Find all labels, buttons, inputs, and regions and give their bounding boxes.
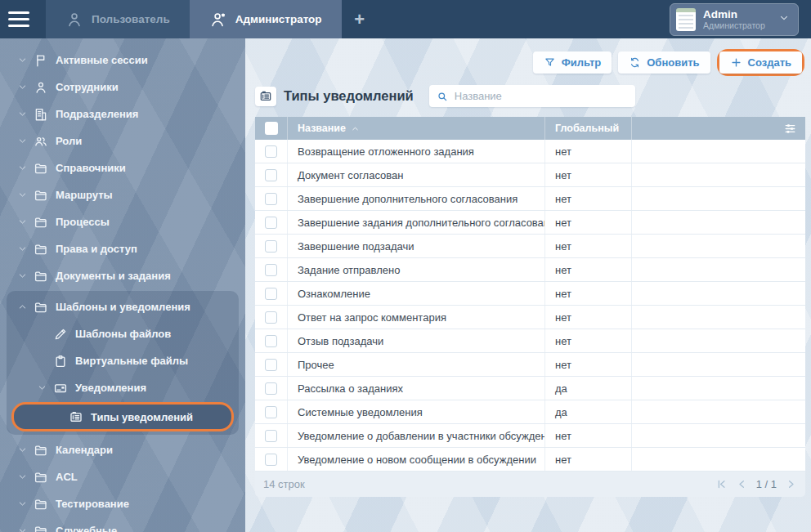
cell-empty (632, 282, 805, 305)
sidebar-item[interactable]: Справочники (0, 154, 245, 181)
table-row[interactable]: Документ согласованнет (255, 163, 805, 187)
table-row[interactable]: Ответ на запрос комментариянет (255, 306, 805, 329)
row-checkbox[interactable] (265, 240, 277, 253)
sidebar-item[interactable]: Типы уведомлений (11, 402, 234, 431)
first-page-icon[interactable] (715, 478, 728, 490)
chevron-down-icon[interactable] (13, 217, 31, 227)
new-tab-button[interactable]: + (342, 0, 378, 38)
chevron-down-icon[interactable] (13, 525, 31, 532)
row-checkbox[interactable] (265, 193, 277, 205)
table-row[interactable]: Отзыв подзадачинет (255, 329, 805, 353)
folder-icon (31, 215, 51, 230)
user-menu-button[interactable]: Admin Администратор (670, 3, 799, 36)
user-star-icon (209, 11, 227, 29)
row-checkbox[interactable] (265, 430, 277, 442)
row-checkbox[interactable] (265, 335, 277, 347)
cell-name: Завершение подзадачи (288, 235, 545, 257)
sidebar-item[interactable]: Активные сессии (0, 47, 245, 74)
chevron-down-icon[interactable] (13, 498, 31, 509)
row-checkbox[interactable] (265, 406, 277, 418)
tab-administrator[interactable]: Администратор (190, 0, 342, 38)
cell-name: Ознакомление (288, 282, 545, 305)
column-header-global[interactable]: Глобальный (545, 117, 632, 140)
chevron-up-icon[interactable] (13, 302, 31, 312)
chevron-down-icon[interactable] (13, 109, 31, 119)
row-checkbox[interactable] (265, 288, 277, 300)
table-row[interactable]: Завершение задания дополнительного согла… (255, 211, 805, 235)
row-checkbox[interactable] (265, 217, 277, 229)
cell-global: нет (545, 329, 632, 352)
chevron-down-icon[interactable] (13, 445, 31, 455)
refresh-button[interactable]: Обновить (618, 51, 710, 74)
next-page-icon[interactable] (785, 478, 797, 490)
sidebar-item-label: Уведомления (75, 382, 146, 394)
row-checkbox[interactable] (265, 169, 277, 181)
sidebar-item[interactable]: Тестирование (0, 490, 245, 517)
sidebar-item[interactable]: Процессы (0, 208, 245, 235)
sidebar-item-label: Шаблоны файлов (75, 328, 171, 340)
cell-global: нет (545, 353, 632, 376)
table-row[interactable]: Возвращение отложенного заданиянет (255, 140, 805, 163)
chevron-down-icon[interactable] (13, 244, 31, 254)
hamburger-menu-button[interactable] (0, 0, 38, 38)
sidebar-item[interactable]: Виртуальные файлы (7, 347, 239, 374)
folder-icon (31, 300, 51, 315)
create-button[interactable]: Создать (719, 51, 802, 74)
row-checkbox[interactable] (265, 382, 277, 395)
sidebar-item[interactable]: Шаблоны и уведомления (7, 293, 239, 320)
prev-page-icon[interactable] (736, 478, 748, 490)
cell-name: Прочее (288, 353, 545, 376)
row-checkbox[interactable] (265, 145, 277, 158)
table-row[interactable]: Ознакомлениенет (255, 282, 805, 306)
table-row[interactable]: Уведомление о новом сообщении в обсужден… (255, 448, 805, 472)
cell-name: Уведомление о новом сообщении в обсужден… (288, 448, 545, 471)
table-row[interactable]: Рассылка о заданияхда (255, 377, 805, 400)
sidebar-item[interactable]: Документы и задания (0, 262, 245, 289)
sidebar-item[interactable]: Календари (0, 436, 245, 463)
row-checkbox[interactable] (265, 359, 277, 371)
cell-global: нет (545, 424, 632, 447)
sidebar-item[interactable]: Шаблоны файлов (7, 320, 239, 347)
folder-icon (31, 242, 51, 257)
table-row[interactable]: Системные уведомленияда (255, 400, 805, 424)
table-row[interactable]: Задание отправленонет (255, 258, 805, 282)
column-settings-icon[interactable] (783, 122, 797, 136)
chevron-down-icon[interactable] (13, 190, 31, 200)
top-bar: Пользователь Администратор + Admin Админ… (0, 0, 811, 38)
table-row[interactable]: Уведомление о добавлении в участники обс… (255, 424, 805, 448)
tab-user[interactable]: Пользователь (46, 0, 190, 38)
select-all-checkbox[interactable] (265, 122, 278, 135)
cell-empty (632, 377, 805, 400)
table-row[interactable]: Прочеенет (255, 353, 805, 377)
chevron-down-icon[interactable] (13, 163, 31, 173)
search-input[interactable] (455, 90, 628, 102)
chevron-down-icon[interactable] (13, 55, 31, 65)
avatar (676, 8, 696, 31)
sidebar-item[interactable]: Служебные (0, 517, 245, 532)
row-checkbox[interactable] (265, 311, 277, 324)
chevron-down-icon[interactable] (13, 136, 31, 146)
table-row[interactable]: Завершение дополнительного согласованиян… (255, 187, 805, 211)
chevron-down-icon[interactable] (33, 382, 51, 393)
sidebar-item[interactable]: Подразделения (0, 101, 245, 127)
sidebar-item[interactable]: Права и доступ (0, 235, 245, 262)
create-button-label: Создать (748, 56, 791, 69)
chevron-down-icon[interactable] (13, 82, 31, 92)
topbar-spacer (378, 0, 670, 38)
sidebar-item[interactable]: Маршруты (0, 181, 245, 208)
chevron-down-icon[interactable] (13, 472, 31, 482)
sidebar-item[interactable]: ACL (0, 463, 245, 490)
filter-button[interactable]: Фильтр (533, 51, 612, 74)
sidebar-item[interactable]: Роли (0, 127, 245, 154)
row-checkbox[interactable] (265, 264, 277, 276)
cell-empty (632, 329, 805, 352)
chevron-down-icon[interactable] (13, 270, 31, 281)
sidebar-item-label: Служебные (56, 525, 117, 532)
main-content: Фильтр Обновить Создать Типы уведомлений (245, 38, 811, 532)
column-header-name[interactable]: Название (288, 117, 545, 140)
sidebar-item[interactable]: Сотрудники (0, 74, 245, 101)
table-row[interactable]: Завершение подзадачинет (255, 235, 805, 258)
sidebar-item[interactable]: Уведомления (7, 374, 239, 401)
cell-empty (632, 448, 805, 471)
row-checkbox[interactable] (265, 454, 277, 466)
